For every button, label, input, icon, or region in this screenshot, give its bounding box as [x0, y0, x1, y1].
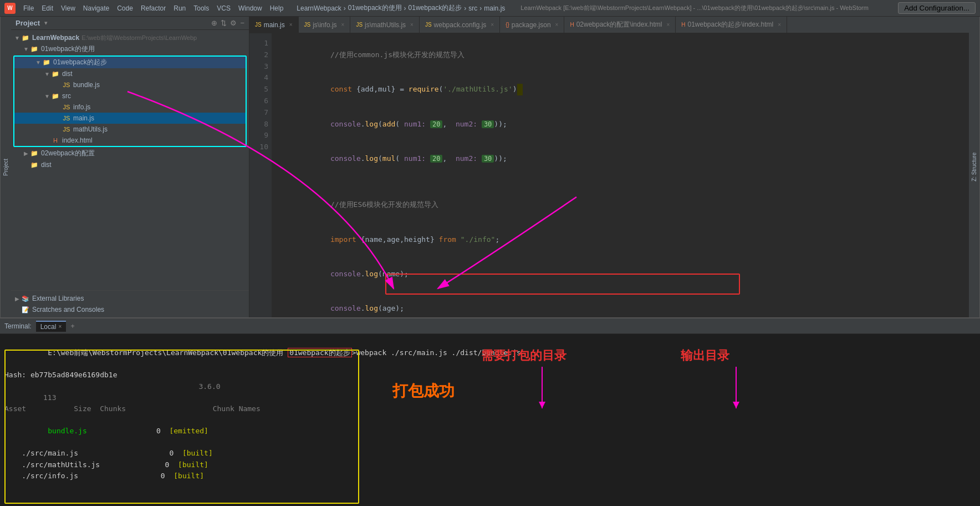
- scratches-icon: 📝: [21, 305, 30, 314]
- tree-item-info[interactable]: JS info.js: [14, 102, 246, 113]
- locate-icon[interactable]: ⊕: [211, 19, 217, 27]
- breadcrumb-start[interactable]: 01webpack的起步: [409, 3, 462, 13]
- index-html-icon: H: [51, 136, 60, 145]
- scratches-label: Scratches and Consoles: [32, 306, 104, 313]
- dist2-folder-icon: 📁: [30, 160, 39, 169]
- root-toggle: ▼: [13, 35, 21, 41]
- breadcrumb-main[interactable]: main.js: [484, 4, 505, 12]
- tab-webpack-label: webpack.config.js: [434, 21, 487, 29]
- sidebar-header: Project ▾ ⊕ ⇅ ⚙ −: [11, 17, 249, 30]
- tab-webpack-close[interactable]: ×: [491, 22, 494, 28]
- terminal-content: E:\web前端\WebstormProjects\LearnWebpack\0…: [0, 334, 980, 506]
- 02webpack-toggle: ▶: [22, 150, 30, 156]
- menu-code[interactable]: Code: [114, 3, 136, 13]
- tab-02index-icon: H: [570, 22, 574, 28]
- tree-item-use[interactable]: ▼ 📁 01webpack的使用: [11, 43, 249, 55]
- tab-01index[interactable]: H 01webpack的起步\index.html ×: [676, 17, 787, 33]
- menu-edit[interactable]: Edit: [38, 3, 57, 13]
- tab-pkg-close[interactable]: ×: [555, 22, 559, 28]
- breadcrumb-sep1: ›: [344, 4, 346, 12]
- info-label: info.js: [73, 103, 90, 111]
- tree-item-dist[interactable]: ▼ 📁 dist: [14, 68, 246, 79]
- src-folder-icon: 📁: [51, 92, 60, 100]
- tab-info-close[interactable]: ×: [341, 22, 345, 28]
- project-side-tab[interactable]: Project: [0, 17, 11, 317]
- terminal-path-line: E:\web前端\WebstormProjects\LearnWebpack\0…: [4, 336, 359, 370]
- tree-root[interactable]: ▼ 📁 LearnWebpack E:\web前端\WebstormProjec…: [11, 32, 249, 43]
- terminal-hash-line: Hash: eb77b5ad849e6169db1e: [4, 370, 359, 381]
- settings-icon[interactable]: ⚙: [230, 19, 237, 27]
- tab-01index-label: 01webpack的起步\index.html: [687, 20, 773, 29]
- add-configuration-button[interactable]: Add Configuration...: [898, 2, 976, 14]
- start-label: 01webpack的起步: [53, 58, 107, 67]
- code-line-6: //使用ES6模块化开发的规范导入: [278, 188, 962, 222]
- sidebar-bottom: ▶ 📚 External Libraries 📝 Scratches and C…: [11, 290, 249, 317]
- collapse-icon[interactable]: ⇅: [221, 19, 227, 27]
- tree-item-bundle[interactable]: JS bundle.js: [14, 79, 246, 90]
- tab-main-js[interactable]: JS main.js ×: [249, 17, 299, 33]
- bundle-rest: 0: [87, 427, 170, 435]
- menu-vcs[interactable]: VCS: [213, 3, 234, 13]
- tab-bar: JS main.js × JS js\info.js × JS js\mathU…: [249, 17, 969, 33]
- terminal-new-tab-button[interactable]: +: [70, 322, 75, 330]
- menu-view[interactable]: View: [58, 3, 79, 13]
- minimize-icon[interactable]: −: [240, 19, 244, 27]
- terminal-label: Terminal:: [4, 322, 32, 330]
- dist-label: dist: [62, 70, 73, 78]
- code-content[interactable]: //使用common.js模块化开发的规范导入 const {add,mul} …: [272, 33, 969, 317]
- tab-mathutils[interactable]: JS js\mathUtils.js ×: [350, 17, 420, 33]
- breadcrumb-project[interactable]: LearnWebpack: [297, 4, 341, 12]
- tab-02index-close[interactable]: ×: [666, 22, 670, 28]
- menu-window[interactable]: Window: [235, 3, 266, 13]
- main-js-icon: JS: [62, 114, 71, 123]
- structure-side-tab[interactable]: Z: Structure: [969, 17, 980, 317]
- tree-item-index[interactable]: H index.html: [14, 135, 246, 146]
- tree-external-libs[interactable]: ▶ 📚 External Libraries: [11, 293, 249, 304]
- tab-02index-label: 02webpack的配置\index.html: [576, 20, 662, 29]
- tree-scratches[interactable]: 📝 Scratches and Consoles: [11, 304, 249, 315]
- menu-tools[interactable]: Tools: [190, 3, 212, 13]
- tree-item-src[interactable]: ▼ 📁 src: [14, 90, 246, 102]
- tab-webpack-config[interactable]: JS webpack.config.js ×: [420, 17, 500, 33]
- sidebar-panel-title: Project: [16, 19, 40, 27]
- start-folder-icon: 📁: [42, 58, 51, 67]
- tree-item-02webpack[interactable]: ▶ 📁 02webpack的配置: [11, 148, 249, 159]
- menu-refactor[interactable]: Refactor: [137, 3, 169, 13]
- start-toggle: ▼: [34, 59, 42, 65]
- use-folder-icon: 📁: [30, 45, 39, 54]
- tree-item-dist2[interactable]: 📁 dist: [11, 159, 249, 170]
- terminal-tabs: Terminal: Local × +: [0, 318, 980, 334]
- terminal-local-tab[interactable]: Local ×: [36, 321, 67, 332]
- menu-file[interactable]: File: [20, 3, 37, 13]
- 02webpack-label: 02webpack的配置: [41, 149, 95, 158]
- root-path: E:\web前端\WebstormProjects\LearnWebp: [81, 34, 197, 42]
- breadcrumb-use[interactable]: 01webpack的使用: [348, 3, 402, 13]
- tree-item-main[interactable]: JS main.js: [14, 113, 246, 124]
- tree-item-mathutils[interactable]: JS mathUtils.js: [14, 124, 246, 135]
- tab-math-close[interactable]: ×: [410, 22, 414, 28]
- tab-02index[interactable]: H 02webpack的配置\index.html ×: [564, 17, 676, 33]
- tab-main-close[interactable]: ×: [289, 22, 293, 28]
- tab-package-json[interactable]: {} package.json ×: [500, 17, 564, 33]
- titlebar: W File Edit View Navigate Code Refactor …: [0, 0, 980, 17]
- menu-run[interactable]: Run: [170, 3, 189, 13]
- use-label: 01webpack的使用: [41, 44, 95, 54]
- tab-info-js[interactable]: JS js\info.js ×: [299, 17, 351, 33]
- tab-main-label: main.js: [264, 21, 285, 29]
- tree-item-start[interactable]: ▼ 📁 01webpack的起步: [14, 57, 246, 68]
- ext-toggle: ▶: [13, 296, 21, 302]
- code-line-5: [278, 176, 962, 188]
- sidebar-icons: ⊕ ⇅ ⚙ −: [211, 19, 244, 27]
- window-title: LearnWebpack [E:\web前端\WebstormProjects\…: [520, 4, 869, 12]
- pack-success-annotation: 打包成功: [392, 381, 455, 402]
- breadcrumb: LearnWebpack › 01webpack的使用 › 01webpack的…: [297, 3, 505, 13]
- math-js-icon: JS: [62, 125, 71, 134]
- menu-help[interactable]: Help: [267, 3, 287, 13]
- local-close[interactable]: ×: [58, 323, 62, 330]
- tab-01index-close[interactable]: ×: [778, 22, 781, 28]
- breadcrumb-src[interactable]: src: [468, 4, 477, 12]
- terminal-bundle-line: bundle.js 0 [emitted]: [4, 414, 359, 448]
- menu-navigate[interactable]: Navigate: [80, 3, 113, 13]
- project-tree: ▼ 📁 LearnWebpack E:\web前端\WebstormProjec…: [11, 30, 249, 290]
- bundle-emitted: [emitted]: [169, 427, 208, 435]
